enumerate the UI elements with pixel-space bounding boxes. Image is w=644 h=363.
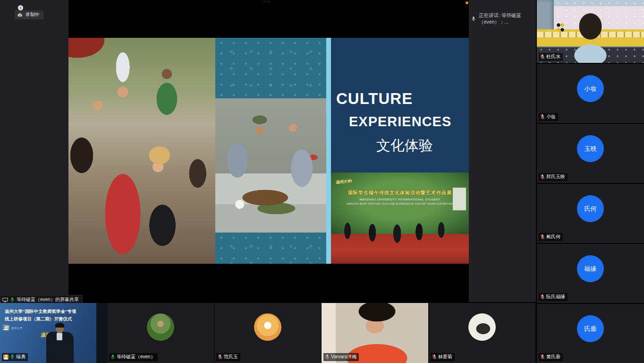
recording-label: 录制中 xyxy=(25,11,40,18)
slide-title-line2: EXPERIENCES xyxy=(349,114,451,130)
avatar xyxy=(254,313,281,341)
avatar: 小妆 xyxy=(577,75,604,102)
avatar-initials: 福缘 xyxy=(585,265,597,273)
participant-tile[interactable]: 玉映 郑氏玉映 xyxy=(537,124,644,183)
avatar: 玉映 xyxy=(577,135,604,162)
avatar xyxy=(147,313,174,341)
mic-muted-icon xyxy=(218,354,222,360)
mic-muted-icon xyxy=(540,354,545,360)
avatar-initials: 小妆 xyxy=(585,85,597,93)
stage-performers xyxy=(331,173,469,264)
speaking-indicator: 正在讲话: 等待破蓝（even）；... xyxy=(471,12,536,26)
mic-muted-icon xyxy=(540,54,545,60)
slide-pattern-top xyxy=(215,38,326,98)
mic-on-icon xyxy=(10,354,15,360)
avatar-initials: 玉映 xyxy=(585,145,597,153)
participant-name: 黄氏垂 xyxy=(546,354,560,360)
slide-title-line3: 文化体验 xyxy=(376,136,433,156)
bottom-video-strip: 温州大学"国际中文教师奖学金"专项 线上研修项目（第二期）开营仪式 温州大学 温… xyxy=(0,303,536,363)
mic-on-icon xyxy=(110,354,115,360)
shared-slide: CULTURE EXPERIENCES 文化体验 温州大学! 国际学生端午传统文… xyxy=(68,38,469,264)
meeting-window: ⋯ CULTURE EXPERIENCES 文化体验 xyxy=(0,0,644,363)
slide-title-line1: CULTURE xyxy=(336,90,413,108)
participant-name: 林爱菊 xyxy=(438,354,452,360)
participant-name: Varvara泮梅 xyxy=(331,354,356,360)
avatar-initials: 氏何 xyxy=(585,205,597,213)
participant-name-chip: Varvara泮梅 xyxy=(323,353,359,361)
presenter-badge-icon xyxy=(3,354,8,360)
university-logo-caption: 温州大学 xyxy=(11,327,23,330)
speaking-label: 正在讲话: 等待破蓝（even）；... xyxy=(479,12,536,26)
avatar: 氏垂 xyxy=(577,315,604,342)
presenter-slide-line1: 温州大学"国际中文教师奖学金"专项 xyxy=(5,309,90,315)
participant-name: 范氏玉 xyxy=(224,354,238,360)
video-tile-camera[interactable]: Varvara泮梅 xyxy=(322,303,428,363)
participant-name: 杜氏水 xyxy=(546,53,560,60)
participant-name: 端勇 xyxy=(16,354,25,360)
mic-muted-icon xyxy=(540,174,545,180)
mic-on-icon xyxy=(10,297,15,302)
presenter-hair xyxy=(55,323,64,328)
participant-name-chip: 黄氏垂 xyxy=(539,353,563,361)
participant-name-chip: 范氏玉 xyxy=(216,353,240,361)
participant-name-chip: 林爱菊 xyxy=(431,353,455,361)
avatar: 福缘 xyxy=(577,255,604,282)
recording-indicator: 录制中 xyxy=(15,10,43,19)
presenter-slide-line2: 线上研修项目（第二期）开营仪式 xyxy=(5,316,90,322)
participant-name: 阮氏福缘 xyxy=(546,294,565,300)
avatar: 氏何 xyxy=(577,195,604,222)
participant-name-chip: 郑氏玉映 xyxy=(539,173,568,181)
mic-muted-icon xyxy=(540,294,545,300)
slide-zongzi-photo xyxy=(215,98,326,233)
microphone-icon xyxy=(471,16,476,22)
slide-pattern-bottom xyxy=(215,233,326,264)
participant-name-chip: 戴氏何 xyxy=(539,233,563,241)
video-tile-presenter[interactable]: 温州大学"国际中文教师奖学金"专项 线上研修项目（第二期）开营仪式 温州大学 温… xyxy=(0,303,107,363)
mic-muted-icon xyxy=(540,234,545,240)
monitor-icon xyxy=(2,297,8,302)
mic-muted-icon xyxy=(432,354,437,360)
participant-name-chip: 端勇 xyxy=(2,353,28,361)
mic-muted-icon xyxy=(325,354,330,360)
layout-menu-icon[interactable] xyxy=(2,324,9,331)
main-stage: ⋯ CULTURE EXPERIENCES 文化体验 xyxy=(0,0,536,302)
participant-name: 等待破蓝（even） xyxy=(117,354,155,360)
participant-tile[interactable]: 福缘 阮氏福缘 xyxy=(537,244,644,303)
share-banner-label: 等待破蓝（even）的屏幕共享 xyxy=(17,296,79,303)
video-tile[interactable]: 林爱菊 xyxy=(429,303,535,363)
slide-stage-photo: 温州大学! 国际学生端午传统文化体验活动暨艺术作品展 WENZHOU UNIVE… xyxy=(331,173,469,264)
share-menu-dots-icon[interactable]: ⋯ xyxy=(263,0,271,6)
cloud-recording-icon xyxy=(17,13,23,17)
slide-group-photo xyxy=(68,38,215,264)
meeting-info-icon[interactable] xyxy=(18,5,23,10)
video-tile[interactable]: 范氏玉 xyxy=(214,303,321,363)
video-tile-camera[interactable]: 杜氏水 xyxy=(537,0,644,63)
participant-name: 戴氏何 xyxy=(546,233,560,240)
participant-name-chip: 阮氏福缘 xyxy=(539,293,568,301)
participant-tile[interactable]: 氏垂 黄氏垂 xyxy=(537,304,644,363)
participant-name-chip: 等待破蓝（even） xyxy=(109,353,158,361)
participant-name-chip: 小妆 xyxy=(539,113,558,121)
participant-tile[interactable]: 小妆 小妆 xyxy=(537,64,644,123)
slide-middle-column xyxy=(215,38,326,264)
presenter-slide-edge xyxy=(96,303,107,363)
participant-tile[interactable]: 氏何 戴氏何 xyxy=(537,184,644,243)
avatar-initials: 氏垂 xyxy=(585,325,597,333)
participant-name-chip: 杜氏水 xyxy=(539,53,563,61)
mic-muted-icon xyxy=(540,114,545,120)
avatar xyxy=(468,313,496,341)
participant-name: 郑氏玉映 xyxy=(546,173,565,180)
slide-blue-stripe xyxy=(326,38,331,264)
video-tile-even[interactable]: 等待破蓝（even） xyxy=(107,303,214,363)
slide-title-panel: CULTURE EXPERIENCES 文化体验 温州大学! 国际学生端午传统文… xyxy=(331,38,469,264)
participants-sidebar: 杜氏水 小妆 小妆 玉映 xyxy=(537,0,644,363)
screen-share-area[interactable]: ⋯ CULTURE EXPERIENCES 文化体验 xyxy=(68,0,469,302)
presenter-shirt xyxy=(57,333,62,340)
participant-name: 小妆 xyxy=(546,113,556,120)
share-status-dot-icon xyxy=(466,1,468,4)
